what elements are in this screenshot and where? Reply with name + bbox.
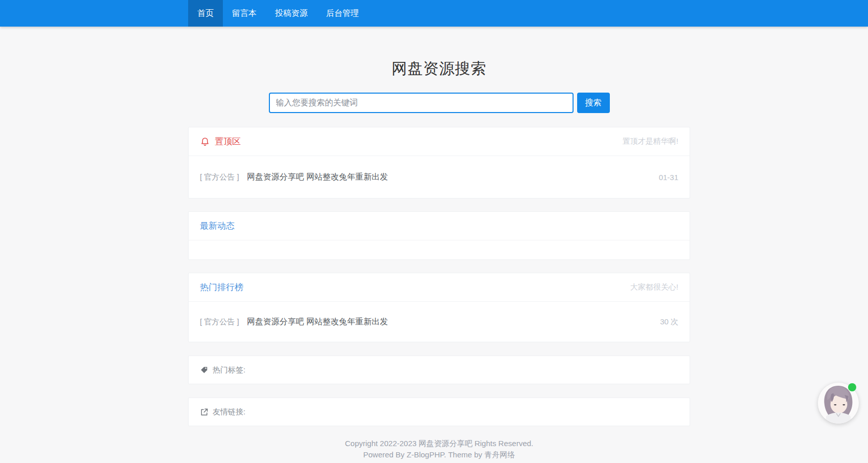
hot-tags-section: 热门标签: [188,356,690,384]
nav-item-submit-resource[interactable]: 投稿资源 [266,0,317,27]
bell-icon [200,137,210,147]
latest-section-title[interactable]: 最新动态 [200,220,235,232]
pinned-section-title: 置顶区 [215,136,241,147]
online-status-dot [848,383,856,391]
external-link-icon [200,408,209,416]
latest-section: 最新动态 [188,211,690,260]
tag-icon [200,366,209,374]
pinned-section-header: 置顶区 置顶才是精华啊! [189,127,690,156]
hot-ranking-header: 热门排行榜 大家都很关心! [189,273,690,302]
latest-section-empty-body [189,240,690,259]
announcement-link[interactable]: 网盘资源分享吧 网站整改兔年重新出发 [247,172,659,183]
friend-links-row: 友情链接: [189,398,690,426]
announcement-category: [ 官方公告 ] [200,172,239,182]
pinned-section: 置顶区 置顶才是精华啊! [ 官方公告 ] 网盘资源分享吧 网站整改兔年重新出发… [188,127,690,199]
footer-powered-by: Powered By Z-BlogPHP. Theme by 青舟网络 [188,449,690,460]
nav-menu: 首页 留言本 投稿资源 后台管理 [188,0,690,27]
main-content: 网盘资源搜索 搜索 置顶区 置顶才是精华啊! [ 官方公告 ] 网盘资源分享吧 … [188,58,690,460]
hot-ranking-row: [ 官方公告 ] 网盘资源分享吧 网站整改兔年重新出发 30 次 [189,302,690,342]
footer: Copyright 2022-2023 网盘资源分享吧 Rights Reser… [188,438,690,460]
hot-tags-row: 热门标签: [189,356,690,384]
friend-links-label: 友情链接: [213,407,245,417]
hot-ranking-section: 热门排行榜 大家都很关心! [ 官方公告 ] 网盘资源分享吧 网站整改兔年重新出… [188,273,690,342]
pinned-section-subtitle: 置顶才是精华啊! [623,137,678,146]
footer-copyright: Copyright 2022-2023 网盘资源分享吧 Rights Reser… [188,438,690,449]
hot-row-view-count: 30 次 [660,317,678,327]
hot-ranking-subtitle: 大家都很关心! [630,282,678,292]
hot-tags-label: 热门标签: [213,365,245,375]
nav-item-guestbook[interactable]: 留言本 [223,0,266,27]
latest-section-header: 最新动态 [189,212,690,240]
announcement-date: 01-31 [659,173,678,182]
search-input[interactable] [269,93,574,113]
hot-ranking-title[interactable]: 热门排行榜 [200,281,243,293]
friend-links-section: 友情链接: [188,398,690,426]
hot-row-link[interactable]: 网盘资源分享吧 网站整改兔年重新出发 [247,317,660,327]
announcement-row: [ 官方公告 ] 网盘资源分享吧 网站整改兔年重新出发 01-31 [189,156,690,198]
page-title: 网盘资源搜索 [188,58,690,79]
search-bar: 搜索 [188,93,690,113]
nav-item-admin[interactable]: 后台管理 [317,0,368,27]
hot-row-category: [ 官方公告 ] [200,317,239,327]
nav-item-home[interactable]: 首页 [188,0,223,27]
top-navbar: 首页 留言本 投稿资源 后台管理 [0,0,868,27]
chat-widget-button[interactable] [818,383,859,424]
search-button[interactable]: 搜索 [577,93,610,113]
